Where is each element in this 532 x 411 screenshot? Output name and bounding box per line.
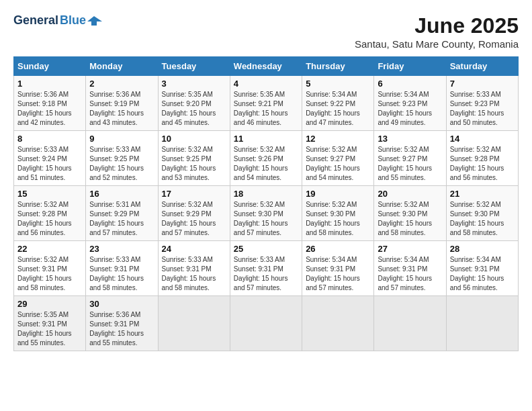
day-number: 2 [89, 79, 154, 89]
header-monday: Monday [86, 57, 158, 76]
day-info: Sunrise: 5:36 AMSunset: 9:19 PMDaylight:… [89, 91, 144, 126]
table-row: 26Sunrise: 5:34 AMSunset: 9:31 PMDayligh… [302, 241, 374, 296]
day-info: Sunrise: 5:32 AMSunset: 9:30 PMDaylight:… [234, 201, 288, 236]
table-row: 29Sunrise: 5:35 AMSunset: 9:31 PMDayligh… [14, 296, 86, 351]
day-number: 26 [306, 244, 370, 254]
day-number: 15 [17, 189, 82, 199]
table-row: 21Sunrise: 5:32 AMSunset: 9:30 PMDayligh… [446, 186, 518, 241]
day-number: 19 [306, 189, 370, 199]
day-number: 10 [162, 134, 226, 144]
day-number: 8 [17, 134, 82, 144]
table-row: 11Sunrise: 5:32 AMSunset: 9:26 PMDayligh… [230, 131, 302, 186]
calendar-week-row: 1Sunrise: 5:36 AMSunset: 9:18 PMDaylight… [14, 76, 519, 131]
day-number: 12 [306, 134, 370, 144]
day-number: 25 [234, 244, 298, 254]
calendar-table: Sunday Monday Tuesday Wednesday Thursday… [13, 56, 519, 351]
table-row: 3Sunrise: 5:35 AMSunset: 9:20 PMDaylight… [158, 76, 230, 131]
day-number: 17 [162, 189, 226, 199]
day-info: Sunrise: 5:32 AMSunset: 9:27 PMDaylight:… [378, 146, 432, 181]
day-info: Sunrise: 5:33 AMSunset: 9:23 PMDaylight:… [450, 91, 504, 126]
table-row [302, 296, 374, 351]
table-row: 7Sunrise: 5:33 AMSunset: 9:23 PMDaylight… [446, 76, 518, 131]
calendar-header-row: Sunday Monday Tuesday Wednesday Thursday… [14, 57, 519, 76]
day-number: 5 [306, 79, 370, 89]
day-number: 27 [378, 244, 442, 254]
table-row: 13Sunrise: 5:32 AMSunset: 9:27 PMDayligh… [374, 131, 446, 186]
table-row: 15Sunrise: 5:32 AMSunset: 9:28 PMDayligh… [14, 186, 86, 241]
table-row: 24Sunrise: 5:33 AMSunset: 9:31 PMDayligh… [158, 241, 230, 296]
calendar-week-row: 15Sunrise: 5:32 AMSunset: 9:28 PMDayligh… [14, 186, 519, 241]
table-row: 16Sunrise: 5:31 AMSunset: 9:29 PMDayligh… [86, 186, 158, 241]
header-saturday: Saturday [446, 57, 518, 76]
header-tuesday: Tuesday [158, 57, 230, 76]
table-row: 5Sunrise: 5:34 AMSunset: 9:22 PMDaylight… [302, 76, 374, 131]
day-info: Sunrise: 5:33 AMSunset: 9:31 PMDaylight:… [162, 256, 216, 291]
logo-icon [87, 15, 102, 27]
table-row: 17Sunrise: 5:32 AMSunset: 9:29 PMDayligh… [158, 186, 230, 241]
day-number: 20 [378, 189, 442, 199]
table-row [158, 296, 230, 351]
table-row: 2Sunrise: 5:36 AMSunset: 9:19 PMDaylight… [86, 76, 158, 131]
day-info: Sunrise: 5:34 AMSunset: 9:22 PMDaylight:… [306, 91, 360, 126]
day-number: 11 [234, 134, 298, 144]
table-row: 19Sunrise: 5:32 AMSunset: 9:30 PMDayligh… [302, 186, 374, 241]
table-row: 28Sunrise: 5:34 AMSunset: 9:31 PMDayligh… [446, 241, 518, 296]
header-thursday: Thursday [302, 57, 374, 76]
day-number: 18 [234, 189, 298, 199]
day-info: Sunrise: 5:33 AMSunset: 9:31 PMDaylight:… [89, 256, 144, 291]
day-number: 14 [450, 134, 515, 144]
header-wednesday: Wednesday [230, 57, 302, 76]
day-info: Sunrise: 5:34 AMSunset: 9:31 PMDaylight:… [450, 256, 504, 291]
day-number: 13 [378, 134, 442, 144]
day-info: Sunrise: 5:32 AMSunset: 9:25 PMDaylight:… [162, 146, 216, 181]
table-row: 1Sunrise: 5:36 AMSunset: 9:18 PMDaylight… [14, 76, 86, 131]
table-row: 20Sunrise: 5:32 AMSunset: 9:30 PMDayligh… [374, 186, 446, 241]
day-info: Sunrise: 5:32 AMSunset: 9:30 PMDaylight:… [378, 201, 432, 236]
table-row: 6Sunrise: 5:34 AMSunset: 9:23 PMDaylight… [374, 76, 446, 131]
day-number: 6 [378, 79, 442, 89]
logo-blue: Blue [60, 13, 86, 28]
table-row: 8Sunrise: 5:33 AMSunset: 9:24 PMDaylight… [14, 131, 86, 186]
day-info: Sunrise: 5:35 AMSunset: 9:20 PMDaylight:… [162, 91, 216, 126]
day-info: Sunrise: 5:33 AMSunset: 9:31 PMDaylight:… [234, 256, 288, 291]
day-number: 16 [89, 189, 154, 199]
table-row: 30Sunrise: 5:36 AMSunset: 9:31 PMDayligh… [86, 296, 158, 351]
calendar-week-row: 8Sunrise: 5:33 AMSunset: 9:24 PMDaylight… [14, 131, 519, 186]
day-number: 22 [17, 244, 82, 254]
day-info: Sunrise: 5:34 AMSunset: 9:31 PMDaylight:… [306, 256, 360, 291]
day-number: 7 [450, 79, 515, 89]
header-sunday: Sunday [14, 57, 86, 76]
day-number: 29 [17, 299, 82, 309]
day-number: 9 [89, 134, 154, 144]
page-header: General Blue June 2025 Santau, Satu Mare… [13, 13, 519, 50]
day-info: Sunrise: 5:33 AMSunset: 9:25 PMDaylight:… [89, 146, 144, 181]
title-section: June 2025 Santau, Satu Mare County, Roma… [355, 13, 519, 50]
day-number: 23 [89, 244, 154, 254]
day-number: 21 [450, 189, 515, 199]
day-info: Sunrise: 5:32 AMSunset: 9:28 PMDaylight:… [17, 201, 72, 236]
day-info: Sunrise: 5:36 AMSunset: 9:18 PMDaylight:… [17, 91, 72, 126]
day-info: Sunrise: 5:32 AMSunset: 9:26 PMDaylight:… [234, 146, 288, 181]
table-row: 4Sunrise: 5:35 AMSunset: 9:21 PMDaylight… [230, 76, 302, 131]
day-info: Sunrise: 5:32 AMSunset: 9:27 PMDaylight:… [306, 146, 360, 181]
page-title: June 2025 [355, 13, 519, 38]
logo-general: General [13, 13, 58, 28]
table-row: 25Sunrise: 5:33 AMSunset: 9:31 PMDayligh… [230, 241, 302, 296]
table-row: 23Sunrise: 5:33 AMSunset: 9:31 PMDayligh… [86, 241, 158, 296]
calendar-week-row: 29Sunrise: 5:35 AMSunset: 9:31 PMDayligh… [14, 296, 519, 351]
table-row: 18Sunrise: 5:32 AMSunset: 9:30 PMDayligh… [230, 186, 302, 241]
page-subtitle: Santau, Satu Mare County, Romania [355, 38, 519, 50]
day-info: Sunrise: 5:36 AMSunset: 9:31 PMDaylight:… [89, 311, 144, 347]
table-row: 10Sunrise: 5:32 AMSunset: 9:25 PMDayligh… [158, 131, 230, 186]
table-row [374, 296, 446, 351]
day-number: 3 [162, 79, 226, 89]
day-info: Sunrise: 5:35 AMSunset: 9:31 PMDaylight:… [17, 311, 72, 347]
day-number: 1 [17, 79, 82, 89]
day-info: Sunrise: 5:32 AMSunset: 9:30 PMDaylight:… [306, 201, 360, 236]
day-info: Sunrise: 5:34 AMSunset: 9:23 PMDaylight:… [378, 91, 432, 126]
table-row: 9Sunrise: 5:33 AMSunset: 9:25 PMDaylight… [86, 131, 158, 186]
logo: General Blue [13, 13, 102, 28]
day-info: Sunrise: 5:32 AMSunset: 9:29 PMDaylight:… [162, 201, 216, 236]
day-info: Sunrise: 5:32 AMSunset: 9:31 PMDaylight:… [17, 256, 72, 291]
table-row [446, 296, 518, 351]
